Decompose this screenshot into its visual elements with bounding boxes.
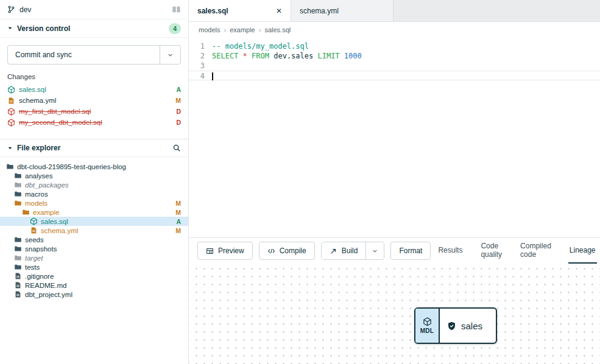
branch-name: dev <box>19 5 31 14</box>
file-status: M <box>175 200 181 207</box>
change-file-name: sales.sql <box>19 86 46 93</box>
editor-tab-sales-sql[interactable]: sales.sql✕ <box>189 0 291 21</box>
breadcrumb-item[interactable]: models <box>199 26 220 33</box>
code-line[interactable]: 3 <box>189 61 600 71</box>
panel-tab-compiled-code[interactable]: Compiled code <box>519 238 552 264</box>
file-tree-item[interactable]: target <box>0 253 188 262</box>
main-area: sales.sql✕schema.yml models›example›sale… <box>189 0 600 364</box>
file-tree-item[interactable]: dbt_packages <box>0 180 188 189</box>
code-editor[interactable]: 1-- models/my_model.sql2SELECT * FROM de… <box>189 38 600 237</box>
code-line[interactable]: 1-- models/my_model.sql <box>189 41 600 51</box>
change-file-name: my_second_dbt_model.sql <box>19 119 102 126</box>
build-dropdown-toggle[interactable] <box>365 242 384 259</box>
folder-icon <box>14 172 22 180</box>
file-name: seeds <box>25 236 44 243</box>
line-number: 2 <box>189 51 212 61</box>
code-token: SELECT <box>212 52 238 60</box>
file-tree-item[interactable]: README.md <box>0 281 188 290</box>
file-status: M <box>175 209 181 216</box>
file-name: .gitignore <box>25 273 54 280</box>
folder-icon <box>14 263 22 271</box>
change-status: D <box>176 119 181 126</box>
file-name: dbt_packages <box>25 181 69 189</box>
panel-tab-code-quality[interactable]: Code quality <box>479 238 503 264</box>
tab-label: sales.sql <box>197 7 228 15</box>
file-tree-item[interactable]: seeds <box>0 235 188 244</box>
file-tree-item[interactable]: dbt-cloud-219895-test-queries-blog <box>0 162 188 171</box>
breadcrumb-item[interactable]: example <box>230 26 255 33</box>
change-file-name: my_first_dbt_model.sql <box>19 108 91 115</box>
file-tree-item[interactable]: modelsM <box>0 198 188 208</box>
file-tree-item[interactable]: tests <box>0 262 188 271</box>
commit-and-sync-button[interactable]: Commit and sync <box>8 46 160 64</box>
chevron-down-icon <box>167 52 174 58</box>
app-window: dev Version control 4 Commit and sync Ch… <box>0 0 600 364</box>
node-badge-label: MDL <box>420 327 434 334</box>
file-tree-item[interactable]: schema.ymlM <box>0 226 188 235</box>
panel-tab-results[interactable]: Results <box>437 238 464 264</box>
close-icon[interactable]: ✕ <box>276 7 282 15</box>
search-icon[interactable] <box>172 144 181 152</box>
code-token <box>340 52 344 60</box>
compile-button[interactable]: Compile <box>259 242 315 260</box>
commit-dropdown-toggle[interactable] <box>160 46 180 64</box>
lineage-node-sales[interactable]: MDL sales <box>414 307 497 344</box>
change-row[interactable]: schema.ymlM <box>0 95 188 106</box>
file-name: analyses <box>25 172 52 180</box>
build-icon <box>330 247 337 255</box>
file-name: dbt_project.yml <box>25 291 72 298</box>
preview-button[interactable]: Preview <box>197 242 253 260</box>
file-tree-item[interactable]: macros <box>0 189 188 198</box>
folder-icon <box>14 245 22 253</box>
file-name: target <box>25 254 43 262</box>
file-tree-item[interactable]: sales.sqlA <box>0 217 188 226</box>
file-name: schema.yml <box>41 227 78 234</box>
file-tree-item[interactable]: exampleM <box>0 208 188 217</box>
file-name: example <box>33 209 59 216</box>
line-number: 4 <box>189 71 212 80</box>
bottom-panel: PreviewCompileBuildFormat ResultsCode qu… <box>189 237 600 364</box>
line-number: 1 <box>189 41 212 51</box>
branch-selector[interactable]: dev <box>0 0 188 19</box>
folder-icon <box>14 190 22 198</box>
code-token: -- models/my_model.sql <box>212 42 309 51</box>
version-control-section-header[interactable]: Version control 4 <box>0 19 188 38</box>
file-tree-item[interactable]: analyses <box>0 171 188 180</box>
code-line[interactable]: 4 <box>189 71 600 80</box>
panel-tab-lineage[interactable]: Lineage <box>568 238 597 264</box>
file-explorer-section-header[interactable]: File explorer <box>0 139 188 157</box>
file-name: README.md <box>25 282 66 289</box>
chevron-down-icon <box>372 248 378 254</box>
line-content: -- models/my_model.sql <box>212 41 309 51</box>
git-branch-icon <box>7 5 15 13</box>
file-tree-item[interactable]: snapshots <box>0 244 188 253</box>
tab-label: schema.yml <box>300 7 339 15</box>
change-row[interactable]: my_second_dbt_model.sqlD <box>0 117 188 128</box>
build-split-button: Build <box>321 242 385 260</box>
change-row[interactable]: my_first_dbt_model.sqlD <box>0 106 188 117</box>
panel-layout-icon[interactable] <box>172 5 181 14</box>
file-name: snapshots <box>25 245 57 253</box>
build-button[interactable]: Build <box>322 242 366 259</box>
folder-icon <box>14 236 22 243</box>
editor-tab-schema-yml[interactable]: schema.yml <box>291 0 394 21</box>
changes-count-badge: 4 <box>169 23 181 34</box>
code-token: * <box>243 52 247 60</box>
lineage-canvas[interactable]: MDL sales <box>189 264 600 364</box>
line-content <box>212 71 213 80</box>
file-tree-item[interactable]: dbt_project.yml <box>0 290 188 299</box>
code-token: FROM <box>252 52 269 60</box>
yaml-icon <box>7 97 15 105</box>
format-button[interactable]: Format <box>390 242 431 260</box>
text-cursor <box>212 72 213 80</box>
code-line[interactable]: 2SELECT * FROM dev.sales LIMIT 1000 <box>189 51 600 61</box>
changes-list: sales.sqlAschema.ymlMmy_first_dbt_model.… <box>0 84 188 128</box>
preview-icon <box>206 247 214 255</box>
file-tree-item[interactable]: .gitignore <box>0 271 188 281</box>
line-content: SELECT * FROM dev.sales LIMIT 1000 <box>212 51 362 61</box>
breadcrumb-item[interactable]: sales.sql <box>264 26 291 33</box>
code-token: dev.sales <box>269 52 317 60</box>
folder-icon <box>14 181 22 189</box>
node-body: sales <box>440 309 496 343</box>
change-row[interactable]: sales.sqlA <box>0 84 188 95</box>
